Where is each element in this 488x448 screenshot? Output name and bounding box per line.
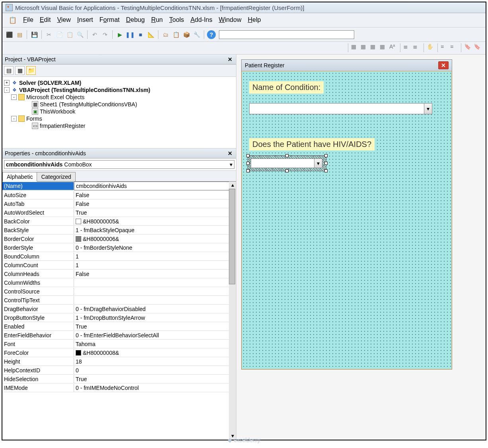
resize-handle[interactable] xyxy=(285,169,289,172)
property-row[interactable]: ForeColor&H80000008& xyxy=(2,348,236,357)
close-icon[interactable]: ✕ xyxy=(438,61,449,69)
cut-icon[interactable]: ✂ xyxy=(45,30,53,39)
property-value[interactable]: &H80000006& xyxy=(74,235,236,243)
tree-node-forms[interactable]: - Forms xyxy=(4,115,234,122)
menu-tools[interactable]: Tools xyxy=(167,16,186,25)
tab-categorized[interactable]: Categorized xyxy=(37,172,76,182)
property-row[interactable]: IMEMode0 - fmIMEModeNoControl xyxy=(2,383,236,392)
property-value[interactable] xyxy=(74,291,236,292)
property-value[interactable]: True xyxy=(74,209,236,217)
bookmark-icon[interactable]: 🔖 xyxy=(464,43,472,51)
design-icon[interactable]: 📐 xyxy=(146,30,155,39)
property-row[interactable]: EnterFieldBehavior0 - fmEnterFieldBehavi… xyxy=(2,331,236,340)
align-icon[interactable]: ▦ xyxy=(380,43,388,51)
property-value[interactable]: 0 - fmIMEModeNoControl xyxy=(74,384,236,392)
menu-debug[interactable]: Debug xyxy=(124,16,147,25)
property-row[interactable]: FontTahoma xyxy=(2,340,236,348)
property-value[interactable] xyxy=(74,282,236,284)
tree-node-solver[interactable]: + ❖ Solver (SOLVER.XLAM) xyxy=(4,79,234,86)
tab-alphabetic[interactable]: Alphabetic xyxy=(2,172,37,182)
property-value[interactable]: 18 xyxy=(74,358,236,366)
property-row[interactable]: (Name)cmbconditionhivAids xyxy=(2,182,236,191)
view-icon[interactable]: ▤ xyxy=(15,30,24,39)
tree-node-excel-objects[interactable]: - Microsoft Excel Objects xyxy=(4,94,234,101)
property-value[interactable]: 0 xyxy=(74,366,236,374)
undo-icon[interactable]: ↶ xyxy=(90,30,99,39)
property-value[interactable]: 1 xyxy=(74,252,236,260)
procedure-dropdown[interactable] xyxy=(219,30,354,39)
property-value[interactable]: 1 - fmDropButtonStyleArrow xyxy=(74,314,236,322)
resize-handle[interactable] xyxy=(324,169,328,172)
menu-help[interactable]: Help xyxy=(245,16,263,25)
property-row[interactable]: AutoSizeFalse xyxy=(2,191,236,200)
align-icon[interactable]: ▦ xyxy=(370,43,378,51)
property-value[interactable]: Tahoma xyxy=(74,340,236,348)
view-object-icon[interactable]: ▦ xyxy=(15,66,25,75)
userform-canvas[interactable]: Name of Condition: ▾ Does the Patient ha… xyxy=(242,71,452,369)
chevron-down-icon[interactable]: ▾ xyxy=(424,104,432,114)
project-explorer-icon[interactable]: 🗂 xyxy=(161,30,170,39)
property-value[interactable] xyxy=(74,299,236,301)
property-row[interactable]: ControlTipText xyxy=(2,296,236,305)
property-value[interactable]: &H80000005& xyxy=(74,217,236,225)
menu-run[interactable]: Run xyxy=(149,16,165,25)
outdent-icon[interactable]: ≣ xyxy=(413,43,421,51)
menu-icon[interactable]: 📋 xyxy=(6,16,19,25)
property-row[interactable]: EnabledTrue xyxy=(2,322,236,331)
label-condition-name[interactable]: Name of Condition: xyxy=(249,81,324,94)
list-icon[interactable]: ≡ xyxy=(441,43,449,51)
excel-icon[interactable]: ⬛ xyxy=(5,30,14,39)
combo-condition-name[interactable]: ▾ xyxy=(249,103,432,114)
redo-icon[interactable]: ↷ xyxy=(101,30,109,39)
resize-handle[interactable] xyxy=(324,162,328,165)
property-row[interactable]: ColumnCount1 xyxy=(2,261,236,270)
resize-handle[interactable] xyxy=(285,154,289,157)
property-value[interactable]: &H80000008& xyxy=(74,349,236,357)
menu-format[interactable]: Format xyxy=(97,16,122,25)
property-row[interactable]: ColumnWidths xyxy=(2,278,236,287)
property-value[interactable]: False xyxy=(74,270,236,278)
save-icon[interactable]: 💾 xyxy=(30,30,39,39)
toolbox-icon[interactable]: 🔧 xyxy=(192,30,201,39)
property-row[interactable]: DropButtonStyle1 - fmDropButtonStyleArro… xyxy=(2,313,236,322)
property-row[interactable]: HelpContextID0 xyxy=(2,366,236,375)
property-value[interactable]: 1 - fmBackStyleOpaque xyxy=(74,226,236,234)
align-icon[interactable]: Aª xyxy=(389,43,397,51)
scrollbar[interactable]: ▴ ▾ xyxy=(229,182,236,440)
browser-icon[interactable]: 📦 xyxy=(182,30,191,39)
copy-icon[interactable]: 📄 xyxy=(55,30,64,39)
align-icon[interactable]: ▦ xyxy=(361,43,369,51)
tree-node-thisworkbook[interactable]: ▣ ThisWorkbook xyxy=(4,108,234,115)
close-icon[interactable]: ✕ xyxy=(226,150,234,157)
property-row[interactable]: AutoTabFalse xyxy=(2,200,236,208)
resize-handle[interactable] xyxy=(246,154,250,157)
menu-file[interactable]: File xyxy=(21,16,36,25)
menu-view[interactable]: View xyxy=(55,16,73,25)
property-row[interactable]: BoundColumn1 xyxy=(2,252,236,261)
property-row[interactable]: HideSelectionTrue xyxy=(2,375,236,383)
property-value[interactable]: 1 xyxy=(74,261,236,269)
expand-icon[interactable]: + xyxy=(4,80,10,86)
property-row[interactable]: BorderStyle0 - fmBorderStyleNone xyxy=(2,243,236,252)
paste-icon[interactable]: 📋 xyxy=(65,30,74,39)
close-icon[interactable]: ✕ xyxy=(226,56,234,63)
property-row[interactable]: BackStyle1 - fmBackStyleOpaque xyxy=(2,226,236,235)
list-icon[interactable]: ≡ xyxy=(450,43,458,51)
menu-edit[interactable]: Edit xyxy=(37,16,53,25)
property-row[interactable]: AutoWordSelectTrue xyxy=(2,208,236,217)
run-icon[interactable]: ▶ xyxy=(115,30,124,39)
property-value[interactable]: False xyxy=(74,191,236,199)
pause-icon[interactable]: ❚❚ xyxy=(126,30,135,39)
resize-handle[interactable] xyxy=(246,162,250,165)
hand-icon[interactable]: ✋ xyxy=(427,43,435,51)
property-row[interactable]: DragBehavior0 - fmDragBehaviorDisabled xyxy=(2,305,236,313)
label-hiv-aids[interactable]: Does the Patient have HIV/AIDS? xyxy=(249,138,375,151)
property-value[interactable]: cmbconditionhivAids xyxy=(74,182,236,190)
property-value[interactable]: True xyxy=(74,323,236,331)
properties-object-selector[interactable]: cmbconditionhivAids ComboBox ▾ xyxy=(2,158,236,171)
tree-node-vbaproject[interactable]: - ❖ VBAProject (TestingMultipleCondition… xyxy=(4,86,234,94)
properties-icon[interactable]: 📋 xyxy=(172,30,180,39)
property-value[interactable]: 0 - fmDragBehaviorDisabled xyxy=(74,305,236,313)
indent-icon[interactable]: ≣ xyxy=(403,43,411,51)
property-row[interactable]: BackColor&H80000005& xyxy=(2,217,236,226)
